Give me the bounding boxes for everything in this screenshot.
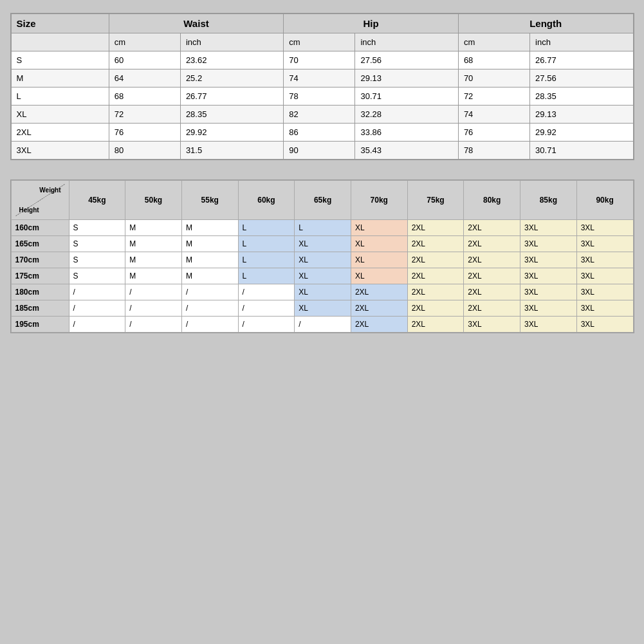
hip-inch-subheader: inch bbox=[355, 33, 458, 51]
hip-inch-cell: 35.43 bbox=[355, 142, 458, 160]
length-cm-cell: 70 bbox=[458, 69, 529, 87]
wh-data-cell: / bbox=[125, 284, 182, 300]
wh-table-row: 160cmSMMLLXL2XL2XL3XL3XL bbox=[11, 220, 633, 236]
length-inch-cell: 29.13 bbox=[530, 106, 633, 124]
wh-data-cell: S bbox=[69, 220, 125, 236]
wh-data-cell: 2XL bbox=[407, 300, 464, 317]
size-cell: 3XL bbox=[11, 142, 109, 160]
wh-data-cell: M bbox=[125, 268, 182, 284]
wh-data-cell: / bbox=[69, 284, 125, 300]
waist-inch-cell: 29.92 bbox=[180, 124, 283, 142]
length-inch-cell: 26.77 bbox=[530, 51, 633, 69]
wh-data-cell: XL bbox=[295, 300, 351, 317]
hip-inch-cell: 30.71 bbox=[355, 87, 458, 106]
wh-data-cell: S bbox=[69, 268, 125, 284]
waist-inch-cell: 31.5 bbox=[180, 142, 283, 160]
wh-data-cell: / bbox=[238, 300, 295, 317]
wh-data-cell: 3XL bbox=[576, 300, 633, 317]
wh-data-cell: / bbox=[181, 284, 238, 300]
wh-data-cell: 3XL bbox=[576, 236, 633, 252]
height-cell: 170cm bbox=[11, 252, 69, 268]
wh-data-cell: L bbox=[238, 252, 295, 268]
hip-cm-cell: 74 bbox=[284, 69, 355, 87]
wh-data-cell: 2XL bbox=[407, 236, 464, 252]
wh-data-cell: 3XL bbox=[520, 252, 577, 268]
height-cell: 185cm bbox=[11, 300, 69, 317]
size-table-row: 3XL 80 31.5 90 35.43 78 30.71 bbox=[11, 142, 633, 160]
wh-data-cell: / bbox=[181, 300, 238, 317]
wh-data-cell: 3XL bbox=[576, 268, 633, 284]
wh-data-cell: 2XL bbox=[464, 300, 520, 317]
wh-data-cell: 3XL bbox=[520, 284, 577, 300]
height-label: Height bbox=[19, 207, 39, 214]
wh-table-row: 185cm////XL2XL2XL2XL3XL3XL bbox=[11, 300, 633, 317]
wh-data-cell: S bbox=[69, 236, 125, 252]
wh-data-cell: 2XL bbox=[351, 284, 407, 300]
weight-header-cell: 45kg bbox=[69, 181, 125, 220]
waist-cm-cell: 76 bbox=[109, 124, 180, 142]
waist-header: Waist bbox=[109, 14, 284, 33]
wh-data-cell: XL bbox=[295, 268, 351, 284]
waist-cm-cell: 64 bbox=[109, 69, 180, 87]
wh-data-cell: 2XL bbox=[407, 220, 464, 236]
wh-table-wrapper: Weight Height 45kg50kg55kg60kg65kg70kg75… bbox=[10, 179, 634, 333]
wh-data-cell: XL bbox=[351, 252, 407, 268]
height-cell: 175cm bbox=[11, 268, 69, 284]
weight-label: Weight bbox=[39, 187, 60, 194]
wh-data-cell: M bbox=[125, 220, 182, 236]
length-inch-cell: 27.56 bbox=[530, 69, 633, 87]
length-header: Length bbox=[458, 14, 633, 33]
wh-data-cell: / bbox=[238, 317, 295, 333]
wh-data-cell: 2XL bbox=[351, 317, 407, 333]
wh-data-cell: / bbox=[238, 284, 295, 300]
wh-data-cell: 2XL bbox=[464, 268, 520, 284]
wh-table-row: 180cm////XL2XL2XL2XL3XL3XL bbox=[11, 284, 633, 300]
hip-cm-cell: 82 bbox=[284, 106, 355, 124]
wh-data-cell: 2XL bbox=[464, 220, 520, 236]
wh-data-cell: 2XL bbox=[407, 252, 464, 268]
wh-data-cell: 3XL bbox=[576, 252, 633, 268]
waist-inch-cell: 28.35 bbox=[180, 106, 283, 124]
wh-data-cell: / bbox=[125, 300, 182, 317]
wh-data-cell: 2XL bbox=[407, 317, 464, 333]
size-table-row: M 64 25.2 74 29.13 70 27.56 bbox=[11, 69, 633, 87]
wh-table: Weight Height 45kg50kg55kg60kg65kg70kg75… bbox=[11, 180, 634, 333]
wh-data-cell: 2XL bbox=[407, 268, 464, 284]
size-table-wrapper: Size Waist Hip Length cm inch cm inch cm… bbox=[10, 13, 634, 160]
wh-data-cell: 3XL bbox=[520, 300, 577, 317]
wh-data-cell: 3XL bbox=[576, 284, 633, 300]
length-cm-cell: 74 bbox=[458, 106, 529, 124]
waist-cm-cell: 72 bbox=[109, 106, 180, 124]
size-table: Size Waist Hip Length cm inch cm inch cm… bbox=[11, 14, 634, 160]
wh-data-cell: 2XL bbox=[464, 236, 520, 252]
weight-header-cell: 70kg bbox=[351, 181, 407, 220]
size-header: Size bbox=[11, 14, 109, 33]
size-cell: XL bbox=[11, 106, 109, 124]
wh-data-cell: / bbox=[125, 317, 182, 333]
length-cm-subheader: cm bbox=[458, 33, 529, 51]
size-table-row: L 68 26.77 78 30.71 72 28.35 bbox=[11, 87, 633, 106]
hip-cm-cell: 90 bbox=[284, 142, 355, 160]
wh-data-cell: XL bbox=[295, 252, 351, 268]
wh-data-cell: 3XL bbox=[520, 268, 577, 284]
weight-header-cell: 55kg bbox=[181, 181, 238, 220]
wh-data-cell: XL bbox=[295, 236, 351, 252]
waist-inch-cell: 25.2 bbox=[180, 69, 283, 87]
wh-table-row: 175cmSMMLXLXL2XL2XL3XL3XL bbox=[11, 268, 633, 284]
weight-header-cell: 75kg bbox=[407, 181, 464, 220]
waist-cm-cell: 68 bbox=[109, 87, 180, 106]
weight-header-cell: 90kg bbox=[576, 181, 633, 220]
wh-data-cell: M bbox=[181, 252, 238, 268]
length-inch-cell: 30.71 bbox=[530, 142, 633, 160]
wh-data-cell: M bbox=[125, 236, 182, 252]
hip-cm-cell: 78 bbox=[284, 87, 355, 106]
waist-inch-cell: 23.62 bbox=[180, 51, 283, 69]
waist-inch-cell: 26.77 bbox=[180, 87, 283, 106]
waist-cm-cell: 80 bbox=[109, 142, 180, 160]
hip-inch-cell: 33.86 bbox=[355, 124, 458, 142]
length-cm-cell: 78 bbox=[458, 142, 529, 160]
hip-cm-cell: 70 bbox=[284, 51, 355, 69]
hip-inch-cell: 27.56 bbox=[355, 51, 458, 69]
wh-data-cell: 2XL bbox=[464, 284, 520, 300]
wh-table-row: 195cm/////2XL2XL3XL3XL3XL bbox=[11, 317, 633, 333]
